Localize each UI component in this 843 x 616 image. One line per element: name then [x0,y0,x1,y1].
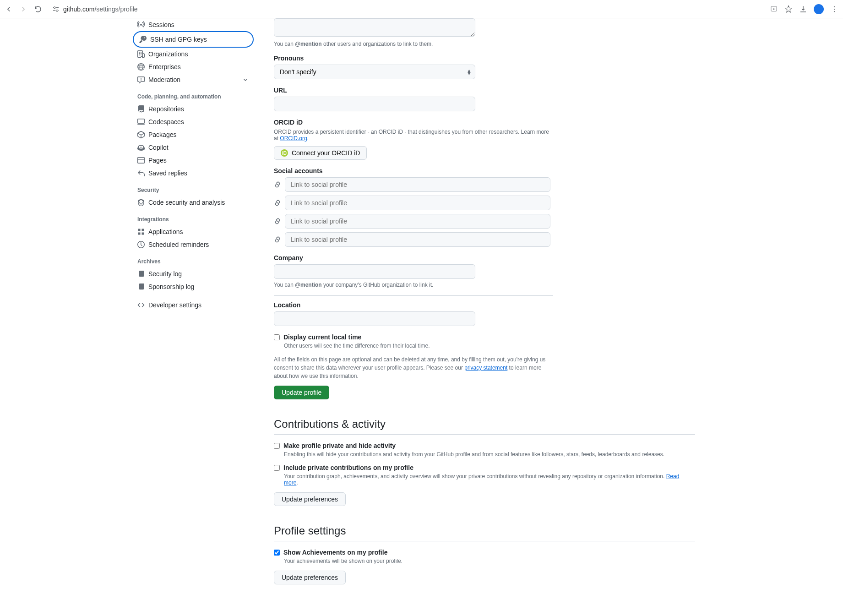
sidebar-item-enterprises[interactable]: Enterprises [133,60,254,73]
menu-icon[interactable] [830,5,838,13]
reply-icon [137,169,145,177]
update-profile-button[interactable]: Update profile [274,386,329,399]
private-profile-note: Enabling this will hide your contributio… [284,451,682,458]
url-input[interactable] [274,97,475,111]
site-settings-icon[interactable] [52,5,60,13]
sidebar-item-applications[interactable]: Applications [133,225,254,238]
location-input[interactable] [274,311,475,326]
sidebar-item-repositories[interactable]: Repositories [133,103,254,115]
log-icon [137,270,145,278]
nav-heading-archives: Archives [133,251,254,267]
copilot-icon [137,144,145,151]
apps-icon [137,228,145,235]
svg-point-8 [834,8,835,9]
sidebar-item-packages[interactable]: Packages [133,128,254,141]
sidebar-item-moderation[interactable]: Moderation [133,73,254,86]
sidebar-item-ssh-and-gpg-keys[interactable]: SSH and GPG keys [133,31,254,48]
organization-icon [137,50,145,58]
sidebar-item-label: Organizations [148,50,188,58]
private-profile-checkbox[interactable] [274,443,280,449]
sidebar-item-saved-replies[interactable]: Saved replies [133,167,254,180]
sidebar-item-label: Moderation [148,76,180,83]
browser-icon [137,157,145,164]
sidebar-item-code-security-and-analysis[interactable]: Code security and analysis [133,196,254,209]
section-divider [274,434,695,435]
orcid-button-label: Connect your ORCID iD [292,149,360,157]
contributions-heading: Contributions & activity [274,418,682,431]
nav-heading-code: Code, planning, and automation [133,86,254,103]
update-preferences-button-1[interactable]: Update preferences [274,492,346,506]
show-achievements-checkbox[interactable] [274,550,280,556]
orcid-link[interactable]: ORCID.org [280,135,307,142]
update-preferences-button-2[interactable]: Update preferences [274,571,346,584]
install-app-icon[interactable] [770,5,778,13]
bio-note: You can @mention other users and organiz… [274,41,682,47]
social-input-1[interactable] [285,177,550,192]
orcid-label: ORCID iD [274,119,682,126]
include-private-checkbox[interactable] [274,465,280,471]
privacy-statement-link[interactable]: privacy statement [464,365,507,371]
main-content: You can @mention other users and organiz… [261,18,682,584]
forward-button[interactable] [19,5,27,13]
url-label: URL [274,87,682,94]
sidebar-item-label: Repositories [148,105,184,113]
social-input-3[interactable] [285,214,550,229]
divider [274,295,553,296]
sidebar-item-label: SSH and GPG keys [150,36,207,43]
sidebar-item-copilot[interactable]: Copilot [133,141,254,154]
section-divider [274,541,695,541]
package-icon [137,131,145,138]
sidebar-item-label: Applications [148,228,183,235]
sidebar-item-sponsorship-log[interactable]: Sponsorship log [133,280,254,293]
reload-button[interactable] [34,5,42,13]
social-input-4[interactable] [285,232,550,247]
sidebar-item-organizations[interactable]: Organizations [133,48,254,60]
link-icon [274,199,281,207]
key-icon [139,36,147,43]
sidebar-item-label: Copilot [148,144,169,151]
bookmark-icon[interactable] [784,5,793,13]
orcid-description: ORCID provides a persistent identifier -… [274,129,553,142]
pronouns-label: Pronouns [274,55,682,62]
include-private-label: Include private contributions on my prof… [283,464,413,471]
profile-avatar[interactable] [814,4,824,14]
pronouns-select[interactable]: Don't specify [274,65,475,79]
sidebar-item-label: Scheduled reminders [148,241,209,248]
social-row-1 [274,177,682,192]
downloads-icon[interactable] [799,5,807,13]
social-accounts-label: Social accounts [274,167,682,174]
local-time-checkbox[interactable] [274,334,280,340]
privacy-disclaimer: All of the fields on this page are optio… [274,355,553,380]
location-label: Location [274,301,682,309]
sidebar-item-label: Codespaces [148,118,184,125]
browser-toolbar: github.com/settings/profile [0,0,843,18]
shield-icon [137,199,145,206]
company-input[interactable] [274,264,475,279]
include-private-note: Your contribution graph, achievements, a… [284,473,682,486]
sidebar-item-security-log[interactable]: Security log [133,267,254,280]
sidebar-item-label: Pages [148,157,167,164]
sidebar-item-label: Sessions [148,21,174,28]
sidebar-item-codespaces[interactable]: Codespaces [133,115,254,128]
codespaces-icon [137,118,145,125]
bio-textarea[interactable] [274,18,475,37]
sidebar-item-label: Saved replies [148,169,187,177]
globe-icon [137,63,145,71]
private-profile-label: Make profile private and hide activity [283,442,396,449]
show-achievements-note: Your achievements will be shown on your … [284,558,682,564]
sidebar-item-label: Developer settings [148,301,201,309]
sidebar-item-pages[interactable]: Pages [133,154,254,167]
back-button[interactable] [5,5,13,13]
svg-point-4 [54,6,55,8]
local-time-label: Display current local time [283,333,361,341]
social-input-2[interactable] [285,196,550,210]
connect-orcid-button[interactable]: iD Connect your ORCID iD [274,146,367,160]
nav-heading-security: Security [133,180,254,196]
sidebar-item-developer-settings[interactable]: Developer settings [133,299,254,311]
clock-icon [137,241,145,248]
address-bar[interactable]: github.com/settings/profile [47,5,765,13]
company-note: You can @mention your company's GitHub o… [274,282,682,288]
link-icon [274,181,281,188]
sidebar-item-sessions[interactable]: Sessions [133,18,254,31]
sidebar-item-scheduled-reminders[interactable]: Scheduled reminders [133,238,254,251]
